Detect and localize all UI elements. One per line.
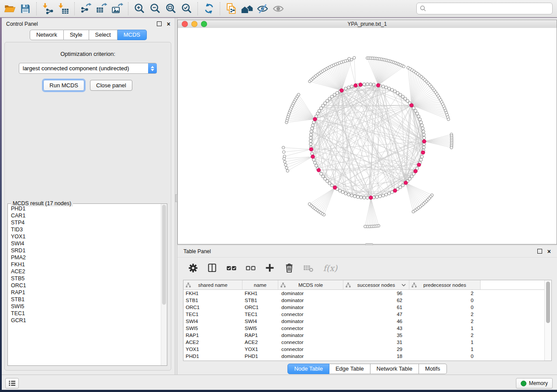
graph-leaf-node[interactable] [284, 160, 286, 163]
table-tab-node-table[interactable]: Node Table [287, 364, 329, 374]
table-settings-button[interactable] [187, 262, 199, 274]
table-row-swi4[interactable]: SWI4SWI4dominator462 [183, 318, 551, 325]
tab-style[interactable]: Style [64, 30, 89, 40]
export-table-button[interactable] [93, 1, 109, 16]
graph-node[interactable] [339, 189, 342, 192]
mcds-result-node[interactable]: YOX1 [8, 233, 161, 240]
first-neighbors-button[interactable] [239, 1, 255, 16]
graph-leaf-node[interactable] [447, 118, 450, 120]
graph-dominator-node[interactable] [340, 89, 344, 93]
column-header-name[interactable]: name [242, 280, 278, 289]
graph-node[interactable] [420, 155, 423, 158]
graph-dominator-node[interactable] [421, 151, 425, 155]
graph-node[interactable] [347, 86, 350, 89]
mcds-result-node[interactable]: ORC1 [8, 282, 161, 289]
function-builder-button[interactable]: f(x) [322, 262, 339, 274]
graph-node[interactable] [417, 115, 420, 118]
mcds-result-node[interactable]: PHD1 [8, 205, 161, 212]
apply-layout-button[interactable] [201, 1, 217, 16]
mcds-result-node[interactable]: FKH1 [8, 261, 161, 268]
import-network-button[interactable] [40, 1, 55, 16]
mcds-result-node[interactable]: STP4 [8, 219, 161, 226]
network-canvas[interactable] [178, 28, 557, 244]
graph-node[interactable] [353, 195, 356, 198]
graph-node[interactable] [375, 196, 378, 199]
graph-leaf-node[interactable] [308, 203, 311, 205]
graph-node[interactable] [422, 136, 426, 139]
zoom-out-button[interactable] [147, 1, 163, 16]
graph-node[interactable] [422, 133, 426, 136]
close-panel-button[interactable]: Close panel [90, 80, 132, 91]
graph-leaf-node[interactable] [283, 151, 285, 153]
save-session-button[interactable] [17, 1, 33, 16]
graph-node[interactable] [382, 85, 385, 88]
mcds-result-node[interactable]: TEC1 [8, 310, 161, 317]
zoom-in-button[interactable] [131, 1, 147, 16]
graph-node[interactable] [393, 90, 396, 93]
graph-leaf-node[interactable] [348, 57, 350, 60]
graph-leaf-node[interactable] [353, 56, 356, 59]
mcds-result-node[interactable]: SRD1 [8, 247, 161, 254]
import-table-button[interactable] [55, 1, 71, 16]
graph-node[interactable] [313, 161, 316, 164]
graph-node[interactable] [420, 124, 423, 127]
graph-node[interactable] [356, 196, 360, 199]
graph-node[interactable] [360, 196, 363, 199]
graph-leaf-node[interactable] [412, 210, 415, 213]
close-panel-icon[interactable]: × [167, 22, 170, 26]
table-tab-edge-table[interactable]: Edge Table [329, 364, 370, 374]
graph-node[interactable] [422, 146, 426, 149]
add-row-button[interactable] [264, 262, 276, 274]
graph-node[interactable] [382, 194, 385, 197]
zoom-selected-button[interactable] [179, 1, 194, 16]
graph-node[interactable] [419, 118, 422, 121]
table-row-ace2[interactable]: ACE2ACE2connector311 [183, 339, 551, 346]
mcds-result-node[interactable]: PMA2 [8, 254, 161, 261]
graph-dominator-node[interactable] [354, 84, 358, 88]
mcds-result-node[interactable]: SWI4 [8, 240, 161, 247]
graph-node[interactable] [419, 158, 422, 161]
graph-node[interactable] [415, 112, 419, 115]
graph-node[interactable] [309, 133, 312, 136]
deselect-all-button[interactable] [245, 262, 256, 274]
graph-dominator-node[interactable] [369, 196, 373, 200]
graph-dominator-node[interactable] [404, 181, 408, 185]
open-file-button[interactable] [2, 1, 17, 16]
graph-leaf-node[interactable] [450, 146, 453, 149]
table-tab-motifs[interactable]: Motifs [419, 364, 447, 374]
graph-node[interactable] [320, 107, 323, 110]
graph-dominator-node[interactable] [377, 83, 381, 87]
column-header-shared-name[interactable]: shared name [183, 280, 242, 289]
table-tab-network-table[interactable]: Network Table [370, 364, 419, 374]
mcds-result-node[interactable]: TID3 [8, 226, 161, 233]
graph-node[interactable] [363, 196, 366, 199]
graph-node[interactable] [384, 193, 387, 196]
graph-node[interactable] [422, 130, 425, 133]
mcds-result-node[interactable]: CAR1 [8, 212, 161, 219]
graph-node[interactable] [330, 95, 333, 98]
table-row-phd1[interactable]: PHD1PHD1dominator180 [183, 353, 551, 360]
float-panel-icon[interactable] [157, 21, 162, 26]
graph-node[interactable] [315, 164, 318, 167]
graph-node[interactable] [344, 192, 347, 195]
graph-dominator-node[interactable] [311, 155, 315, 159]
graph-dominator-node[interactable] [414, 169, 418, 173]
graph-node[interactable] [378, 195, 381, 198]
graph-leaf-node[interactable] [286, 169, 289, 172]
delete-row-button[interactable] [283, 262, 295, 274]
graph-node[interactable] [387, 192, 391, 195]
graph-node[interactable] [309, 136, 312, 139]
graph-node[interactable] [316, 112, 319, 115]
graph-node[interactable] [421, 127, 424, 130]
table-scrollbar[interactable] [544, 280, 551, 361]
graph-node[interactable] [336, 91, 339, 94]
run-mcds-button[interactable]: Run MCDS [43, 80, 84, 91]
graph-node[interactable] [309, 143, 312, 146]
graph-node[interactable] [341, 191, 344, 194]
table-row-stb1[interactable]: STB1STB1dominator620 [183, 297, 551, 304]
new-network-from-selection-button[interactable] [223, 1, 239, 16]
memory-button[interactable]: Memory [516, 378, 553, 389]
tab-network[interactable]: Network [30, 30, 64, 40]
scrollbar-thumb[interactable] [546, 282, 550, 323]
graph-node[interactable] [391, 88, 394, 91]
